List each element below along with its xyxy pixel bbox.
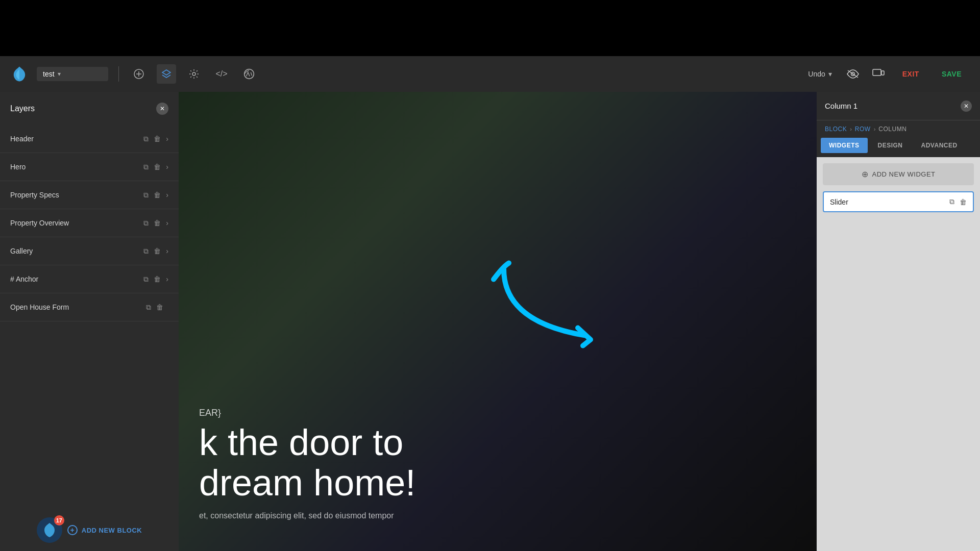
layers-button[interactable] [157, 64, 176, 84]
add-element-button[interactable] [129, 64, 149, 84]
layers-list: Header ⧉ 🗑 › Hero ⧉ 🗑 › Property Specs [0, 125, 179, 509]
expand-icon[interactable]: › [166, 247, 168, 255]
copy-icon[interactable]: ⧉ [143, 275, 149, 284]
layers-sidebar: Layers ✕ Header ⧉ 🗑 › Hero ⧉ 🗑 [0, 92, 179, 551]
widget-name: Slider [830, 198, 949, 206]
layers-title: Layers [10, 104, 35, 113]
layer-actions: ⧉ 🗑 [143, 191, 161, 199]
svg-point-4 [192, 72, 195, 76]
layer-actions: ⧉ 🗑 [143, 163, 161, 171]
layer-item-property-overview[interactable]: Property Overview ⧉ 🗑 › [0, 209, 179, 237]
wordpress-button[interactable] [239, 64, 259, 84]
layer-item-property-specs[interactable]: Property Specs ⧉ 🗑 › [0, 181, 179, 209]
layer-name: Header [10, 135, 143, 143]
avatar-area: 17 [37, 517, 62, 543]
copy-icon[interactable]: ⧉ [146, 303, 151, 312]
toolbar-divider-1 [118, 66, 119, 82]
breadcrumb-row[interactable]: ROW [855, 126, 871, 133]
expand-icon[interactable]: › [166, 191, 168, 199]
delete-icon[interactable]: 🗑 [154, 163, 161, 171]
breadcrumb-column: COLUMN [878, 126, 906, 133]
save-button[interactable]: SAVE [934, 66, 970, 82]
delete-icon[interactable]: 🗑 [154, 219, 161, 227]
expand-icon[interactable]: › [166, 219, 168, 227]
layer-item-header[interactable]: Header ⧉ 🗑 › [0, 125, 179, 153]
copy-icon[interactable]: ⧉ [143, 163, 149, 171]
tab-widgets[interactable]: WIDGETS [821, 138, 868, 153]
canvas-background: EAR} k the door to dream home! et, conse… [179, 92, 817, 551]
tab-advanced[interactable]: ADVANCED [913, 138, 966, 153]
panel-close-button[interactable]: ✕ [961, 101, 972, 112]
layer-name: Open House Form [10, 303, 146, 311]
copy-icon[interactable]: ⧉ [143, 247, 149, 256]
add-block-label: ADD NEW BLOCK [82, 527, 142, 534]
hero-year-tag: EAR} [199, 408, 796, 418]
panel-tabs: WIDGETS DESIGN ADVANCED [817, 138, 980, 157]
breadcrumb-block[interactable]: BLOCK [825, 126, 847, 133]
main-area: Layers ✕ Header ⧉ 🗑 › Hero ⧉ 🗑 [0, 92, 980, 551]
project-name-dropdown[interactable]: test ▾ [37, 67, 108, 81]
add-block-icon: + [67, 525, 78, 535]
panel-breadcrumb: BLOCK › ROW › COLUMN [817, 120, 980, 138]
hero-subtext: et, consectetur adipiscing elit, sed do … [199, 511, 796, 520]
copy-icon[interactable]: ⧉ [143, 191, 149, 199]
hero-content: EAR} k the door to dream home! et, conse… [199, 408, 796, 520]
delete-icon[interactable]: 🗑 [156, 303, 163, 311]
copy-icon[interactable]: ⧉ [143, 219, 149, 228]
app-logo[interactable] [10, 65, 29, 83]
svg-rect-9 [873, 69, 881, 76]
widget-delete-icon[interactable]: 🗑 [960, 198, 967, 206]
delete-icon[interactable]: 🗑 [154, 191, 161, 199]
settings-button[interactable] [184, 64, 204, 84]
layer-actions: ⧉ 🗑 [143, 275, 161, 284]
layer-name: Hero [10, 163, 143, 171]
preview-button[interactable] [843, 64, 863, 84]
expand-icon[interactable]: › [166, 163, 168, 171]
delete-icon[interactable]: 🗑 [154, 275, 161, 283]
chevron-down-icon: ▾ [58, 70, 61, 78]
layer-name: Gallery [10, 247, 143, 255]
expand-icon[interactable]: › [166, 135, 168, 143]
add-widget-label: ADD NEW WIDGET [872, 170, 936, 178]
hero-heading-line1: k the door to [199, 422, 796, 463]
add-block-area: 17 + ADD NEW BLOCK [0, 509, 179, 551]
layer-item-gallery[interactable]: Gallery ⧉ 🗑 › [0, 237, 179, 265]
top-black-bar [0, 0, 980, 56]
add-widget-icon: ⊕ [862, 169, 868, 179]
hero-heading-line2: dream home! [199, 463, 796, 503]
copy-icon[interactable]: ⧉ [143, 135, 149, 143]
exit-button[interactable]: EXIT [894, 66, 927, 82]
add-new-block-button[interactable]: + ADD NEW BLOCK [67, 525, 142, 535]
layer-actions: ⧉ 🗑 [143, 219, 161, 228]
widget-copy-icon[interactable]: ⧉ [949, 197, 954, 206]
layer-name: Property Overview [10, 219, 143, 227]
layer-item-open-house-form[interactable]: Open House Form ⧉ 🗑 [0, 293, 179, 321]
right-panel: Column 1 ✕ BLOCK › ROW › COLUMN WIDGETS … [817, 92, 980, 551]
svg-marker-3 [162, 70, 170, 75]
code-button[interactable]: </> [212, 64, 231, 84]
svg-rect-10 [881, 71, 884, 75]
layer-item-anchor[interactable]: # Anchor ⧉ 🗑 › [0, 265, 179, 293]
undo-chevron-icon: ▾ [828, 70, 832, 78]
responsive-button[interactable] [869, 64, 888, 84]
delete-icon[interactable]: 🗑 [154, 135, 161, 143]
add-new-widget-button[interactable]: ⊕ ADD NEW WIDGET [823, 163, 974, 185]
widget-slider: Slider ⧉ 🗑 [823, 191, 974, 212]
layer-actions: ⧉ 🗑 [143, 135, 161, 143]
layers-close-button[interactable]: ✕ [156, 103, 168, 115]
expand-icon[interactable]: › [166, 275, 168, 283]
layer-actions: ⧉ 🗑 [146, 303, 163, 312]
layer-actions: ⧉ 🗑 [143, 247, 161, 256]
code-icon: </> [215, 69, 227, 79]
delete-icon[interactable]: 🗑 [154, 247, 161, 255]
canvas-area: EAR} k the door to dream home! et, conse… [179, 92, 817, 551]
tab-design[interactable]: DESIGN [870, 138, 911, 153]
layer-item-hero[interactable]: Hero ⧉ 🗑 › [0, 153, 179, 181]
widget-actions: ⧉ 🗑 [949, 197, 967, 206]
toolbar-right: Undo ▾ EXIT SAVE [803, 64, 970, 84]
layer-name: Property Specs [10, 191, 143, 199]
undo-button[interactable]: Undo ▾ [803, 67, 837, 81]
toolbar: test ▾ </> [0, 56, 980, 92]
layers-header: Layers ✕ [0, 92, 179, 125]
panel-header: Column 1 ✕ [817, 92, 980, 120]
